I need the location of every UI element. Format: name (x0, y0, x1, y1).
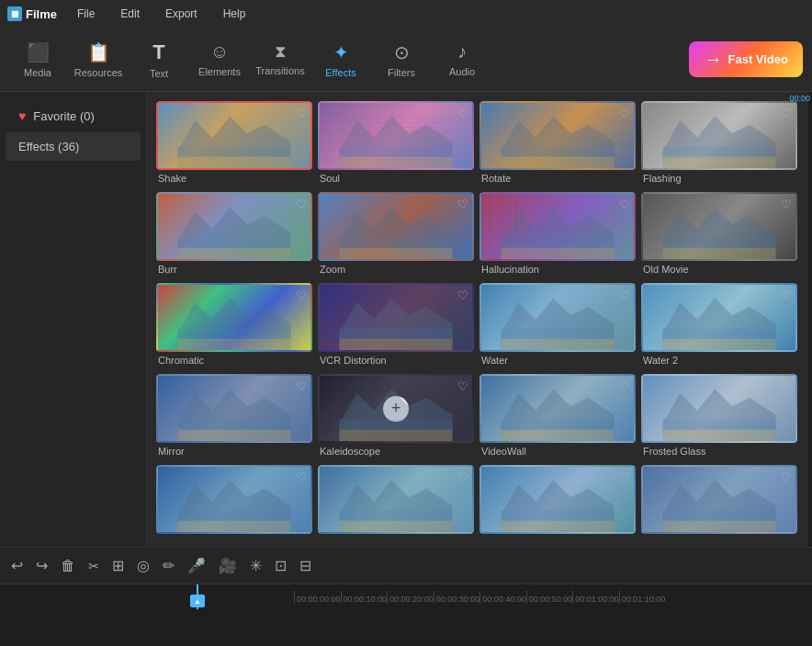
svg-rect-56 (501, 521, 614, 532)
effect-item-zoom[interactable]: ♡Zoom (318, 192, 474, 278)
svg-rect-38 (177, 430, 290, 441)
effect-item-burr[interactable]: ♡Burr (156, 192, 312, 278)
effect-thumb-flashing: ♡ (641, 101, 797, 170)
effect-item-bottom2[interactable]: ♡ (318, 465, 474, 539)
effects-panel: ♡Shake♡Soul♡Rotate♡Flashing♡Burr♡Zoom♡Ha… (147, 92, 806, 547)
tool-audio-label: Audio (449, 66, 475, 77)
main-content: ♥ Favorite (0) Effects (36) ♡Shake♡Soul♡… (0, 92, 812, 547)
tool-media-label: Media (24, 67, 51, 78)
media-icon: ⬛ (27, 41, 50, 63)
svg-rect-8 (501, 157, 614, 168)
pip-button[interactable]: ⊡ (275, 557, 287, 574)
speed-button[interactable]: ◎ (137, 557, 150, 574)
tool-transitions[interactable]: ⧗ Transitions (252, 31, 309, 88)
effect-item-bottom3[interactable]: ♡ (479, 465, 636, 539)
svg-rect-50 (177, 521, 290, 532)
effect-name-videowall: VideoWall (479, 443, 636, 459)
crop-button[interactable]: ⊞ (112, 557, 124, 574)
svg-marker-3 (339, 116, 452, 168)
effect-name-shake: Shake (156, 170, 312, 187)
delete-button[interactable]: 🗑 (61, 558, 75, 574)
effect-item-bottom1[interactable]: ♡ (156, 465, 312, 539)
effect-item-vcr-distortion[interactable]: ♡VCR Distortion (318, 283, 474, 368)
effect-thumb-old-movie: ♡ (641, 192, 797, 261)
menu-file[interactable]: File (72, 6, 100, 22)
effect-thumb-burr: ♡ (156, 192, 312, 261)
effect-item-old-movie[interactable]: ♡Old Movie (641, 192, 797, 278)
camera-button[interactable]: 🎥 (219, 557, 237, 574)
svg-rect-5 (339, 157, 452, 168)
effect-item-chromatic[interactable]: ♡Chromatic (156, 283, 312, 368)
tool-elements-label: Elements (198, 66, 241, 77)
effect-item-soul[interactable]: ♡Soul (318, 101, 474, 187)
effect-item-videowall[interactable]: ♡VideoWall (479, 374, 636, 459)
fast-video-button[interactable]: → Fast Video (689, 41, 803, 77)
menu-edit[interactable]: Edit (115, 6, 145, 22)
text-icon: T (152, 40, 164, 64)
ruler-mark-7: 00:01:10:00 (619, 591, 666, 604)
tool-elements[interactable]: ☺ Elements (191, 31, 248, 88)
effect-item-water[interactable]: ♡Water (479, 283, 636, 368)
fast-video-arrow-icon: → (704, 49, 722, 70)
tool-text-label: Text (150, 68, 168, 79)
split-view-button[interactable]: ⊟ (299, 557, 311, 574)
effect-item-bottom4[interactable]: ♡ (641, 465, 797, 539)
ruler-mark-4: 00:00:40:00 (479, 591, 526, 604)
effect-name-zoom: Zoom (318, 261, 474, 278)
sidebar-item-effects[interactable]: Effects (36) (6, 132, 141, 161)
effect-thumb-vcr-distortion: ♡ (318, 283, 474, 352)
effect-name-frosted-glass: Frosted Glass (641, 443, 797, 459)
effects-label: Effects (36) (18, 140, 79, 153)
sidebar: ♥ Favorite (0) Effects (36) (0, 92, 147, 547)
redo-button[interactable]: ↪ (36, 557, 48, 574)
tool-media[interactable]: ⬛ Media (9, 31, 66, 88)
menu-export[interactable]: Export (160, 6, 203, 22)
tool-resources[interactable]: 📋 Resources (70, 31, 127, 88)
svg-rect-53 (339, 521, 452, 532)
heart-icon: ♥ (18, 108, 26, 123)
effect-item-mirror[interactable]: ♡Mirror (156, 374, 312, 459)
effect-thumb-bottom1: ♡ (156, 465, 312, 534)
tool-filters[interactable]: ⊙ Filters (373, 31, 430, 88)
effect-item-frosted-glass[interactable]: ♡Frosted Glass (641, 374, 797, 459)
effect-item-kaleidoscope[interactable]: ♡+Kaleidoscope (318, 374, 474, 459)
mic-button[interactable]: 🎤 (187, 557, 206, 574)
ruler-mark-5: 00:00:50:00 (526, 591, 573, 604)
tool-effects[interactable]: ✦ Effects (312, 31, 369, 88)
svg-rect-32 (501, 339, 614, 350)
effect-name-water-2: Water 2 (641, 352, 797, 368)
effect-item-water-2[interactable]: ♡Water 2 (641, 283, 797, 368)
effect-name-mirror: Mirror (156, 443, 312, 459)
svg-rect-26 (177, 339, 290, 350)
svg-rect-59 (662, 521, 775, 532)
logo-icon: ▦ (7, 6, 22, 21)
effect-thumb-water-2: ♡ (641, 283, 797, 352)
timeline-controls: ↩ ↪ 🗑 ✂ ⊞ ◎ ✏ 🎤 🎥 ✳ ⊡ ⊟ (0, 547, 812, 584)
effect-thumb-bottom3: ♡ (479, 465, 636, 534)
effect-name-bottom4 (641, 534, 797, 539)
tool-text[interactable]: T Text (130, 31, 187, 88)
fast-video-label: Fast Video (727, 52, 788, 66)
undo-button[interactable]: ↩ (11, 557, 23, 574)
effect-name-water: Water (479, 352, 636, 368)
heart-btn-hallucination[interactable]: ♡ (619, 198, 630, 211)
tool-audio[interactable]: ♪ Audio (434, 31, 491, 88)
effect-item-rotate[interactable]: ♡Rotate (479, 101, 636, 187)
tool-transitions-label: Transitions (255, 65, 304, 76)
effect-name-hallucination: Hallucination (479, 261, 636, 278)
sidebar-item-favorite[interactable]: ♥ Favorite (0) (6, 101, 141, 130)
effect-item-shake[interactable]: ♡Shake (156, 101, 312, 187)
svg-rect-35 (662, 339, 775, 350)
snapshot-button[interactable]: ✳ (250, 557, 262, 574)
svg-rect-4 (339, 146, 452, 159)
menu-help[interactable]: Help (218, 6, 252, 22)
ruler-mark-2: 00:00:20:00 (387, 591, 434, 604)
effect-item-hallucination[interactable]: ♡Hallucination (479, 192, 636, 278)
effect-name-chromatic: Chromatic (156, 352, 312, 368)
svg-rect-41 (339, 430, 452, 441)
svg-rect-17 (339, 248, 452, 259)
split-button[interactable]: ✂ (88, 559, 99, 573)
effect-item-flashing[interactable]: ♡Flashing (641, 101, 797, 187)
pen-button[interactable]: ✏ (163, 557, 175, 574)
app-logo: ▦ Filme (7, 6, 57, 21)
